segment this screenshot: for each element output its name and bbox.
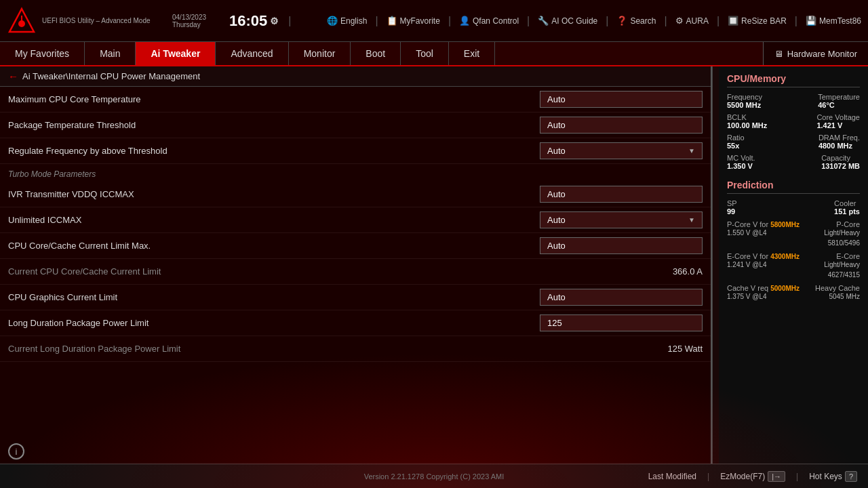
hw-dram-freq-label: DRAM Freq. — [818, 134, 860, 142]
logo-area: UEFI BIOS Utility – Advanced Mode — [7, 6, 163, 36]
nav-my-favorites[interactable]: My Favorites — [0, 42, 85, 65]
cache-heavy-label: Heavy Cache — [815, 284, 860, 292]
footer-version: Version 2.21.1278 Copyright (C) 2023 AMI — [364, 472, 505, 481]
hw-ratio-label: Ratio — [727, 134, 745, 142]
nav-boot[interactable]: Boot — [351, 42, 401, 65]
svg-point-2 — [18, 20, 25, 27]
ecore-lh-label: E-Core — [836, 252, 860, 260]
sep2: | — [375, 15, 378, 27]
hardware-monitor-tab[interactable]: 🖥 Hardware Monitor — [763, 42, 868, 65]
setting-long-duration-ppl-value[interactable]: 125 — [540, 314, 703, 331]
info-icon: i — [16, 447, 18, 457]
prediction-section: Prediction SP 99 Cooler 151 pts P-Core V… — [727, 180, 860, 302]
ezmode-button[interactable]: EzMode(F7) |→ — [720, 471, 785, 482]
footer-sep1: | — [707, 472, 709, 481]
cpu-memory-section: CPU/Memory Frequency 5500 MHz Temperatur… — [727, 73, 860, 170]
date-text: 04/13/2023 — [172, 14, 220, 21]
setting-current-long-duration-value: 125 Watt — [667, 344, 703, 354]
hotkeys-button[interactable]: Hot Keys ? — [809, 471, 857, 482]
setting-long-duration-ppl: Long Duration Package Power Limit 125 — [0, 310, 711, 336]
hw-bclk-label: BCLK — [727, 113, 767, 121]
bios-header: UEFI BIOS Utility – Advanced Mode 04/13/… — [0, 0, 868, 42]
nav-advanced[interactable]: Advanced — [216, 42, 288, 65]
tool-aioc-label: AI OC Guide — [551, 16, 597, 26]
tool-aioc[interactable]: 🔧 AI OC Guide — [538, 16, 597, 26]
setting-unlimited-iccmax-label: Unlimited ICCMAX — [8, 215, 81, 225]
sep5: | — [606, 15, 608, 27]
datetime-display: 04/13/2023 Thursday — [172, 14, 220, 28]
hw-capacity-value: 131072 MB — [821, 162, 860, 170]
nav-exit[interactable]: Exit — [449, 42, 495, 65]
ecore-v-for-label: E-Core V for — [727, 252, 770, 260]
pred-cooler-label: Cooler — [834, 199, 860, 207]
monitor-icon: 🖥 — [774, 49, 783, 59]
fan-icon: 👤 — [459, 16, 470, 26]
tool-search[interactable]: ❓ Search — [616, 16, 656, 26]
setting-core-cache-limit-value[interactable]: Auto — [540, 237, 703, 254]
ecore-freq-highlight: 4300MHz — [770, 253, 800, 260]
nav-ai-tweaker[interactable]: Ai Tweaker — [136, 42, 216, 65]
turbo-mode-section-header: Turbo Mode Parameters — [0, 164, 711, 182]
setting-unlimited-iccmax: Unlimited ICCMAX Auto — [0, 207, 711, 233]
setting-gpu-current-limit-value[interactable]: Auto — [540, 289, 703, 306]
pcore-v-for-label: P-Core V for — [727, 220, 770, 228]
nav-tool[interactable]: Tool — [401, 42, 449, 65]
tool-myfavorite-label: MyFavorite — [400, 16, 440, 26]
setting-regulate-freq-dropdown[interactable]: Auto — [540, 142, 703, 159]
info-button[interactable]: i — [8, 443, 24, 460]
setting-current-core-cache-value: 366.0 A — [673, 266, 703, 277]
tool-memtest[interactable]: 💾 MemTest86 — [806, 16, 861, 26]
cache-voltage-detail: 1.375 V @L4 — [727, 293, 767, 300]
sep4: | — [527, 15, 530, 27]
pcore-block: P-Core V for 5800MHz P-Core 1.550 V @L4 … — [727, 220, 860, 247]
last-modified-button[interactable]: Last Modified — [648, 472, 696, 481]
hw-core-voltage-value: 1.421 V — [816, 121, 860, 129]
separator-1: | — [288, 15, 291, 27]
setting-current-long-duration: Current Long Duration Package Power Limi… — [0, 336, 711, 362]
pred-cooler-value: 151 pts — [834, 207, 860, 216]
memtest-icon: 💾 — [806, 16, 816, 26]
settings-list: Maximum CPU Core Temperature Auto Packag… — [0, 87, 711, 362]
setting-current-long-duration-label: Current Long Duration Package Power Limi… — [8, 344, 180, 354]
day-text: Thursday — [172, 21, 220, 28]
cache-v-req-label: Cache V req — [727, 284, 770, 292]
setting-pkg-temp-value[interactable]: Auto — [540, 117, 703, 134]
prediction-title: Prediction — [727, 180, 860, 194]
sep8: | — [795, 15, 797, 27]
nav-monitor[interactable]: Monitor — [289, 42, 351, 65]
setting-core-cache-limit-label: CPU Core/Cache Current Limit Max. — [8, 241, 151, 251]
nav-main[interactable]: Main — [85, 42, 136, 65]
hw-mc-volt-row: MC Volt. 1.350 V Capacity 131072 MB — [727, 154, 860, 170]
tool-search-label: Search — [630, 16, 656, 26]
ecore-lh-label2: Light/Heavy — [824, 261, 860, 268]
tool-qfan[interactable]: 👤 Qfan Control — [459, 16, 519, 26]
footer-actions: Last Modified | EzMode(F7) |→ | Hot Keys… — [648, 471, 857, 482]
tool-qfan-label: Qfan Control — [473, 16, 519, 26]
tool-myfavorite[interactable]: 📋 MyFavorite — [387, 16, 440, 26]
back-button[interactable]: ← — [8, 70, 18, 82]
tool-resizebar-label: ReSize BAR — [741, 16, 787, 26]
hw-frequency-label: Frequency — [727, 93, 762, 101]
setting-gpu-current-limit-label: CPU Graphics Current Limit — [8, 292, 117, 302]
setting-current-core-cache: Current CPU Core/Cache Current Limit 366… — [0, 259, 711, 285]
tool-aura[interactable]: ⚙ AURA — [675, 16, 709, 26]
tool-english[interactable]: 🌐 English — [327, 16, 367, 26]
setting-max-cpu-temp: Maximum CPU Core Temperature Auto — [0, 87, 711, 113]
setting-ivr-value[interactable]: Auto — [540, 186, 703, 203]
main-content: ← Ai Tweaker\Internal CPU Power Manageme… — [0, 66, 868, 464]
scrollbar[interactable] — [712, 66, 719, 464]
setting-core-cache-limit: CPU Core/Cache Current Limit Max. Auto — [0, 233, 711, 259]
setting-long-duration-ppl-label: Long Duration Package Power Limit — [8, 318, 149, 328]
pcore-lh-label: P-Core — [836, 220, 860, 228]
setting-regulate-freq: Regulate Frequency by above Threshold Au… — [0, 138, 711, 164]
setting-ivr-vddq: IVR Transmitter VDDQ ICCMAX Auto — [0, 182, 711, 207]
settings-clock-icon[interactable]: ⚙ — [270, 16, 279, 26]
nav-bar: My Favorites Main Ai Tweaker Advanced Mo… — [0, 42, 868, 66]
hw-mc-volt-value: 1.350 V — [727, 162, 755, 170]
setting-max-cpu-temp-value[interactable]: Auto — [540, 91, 703, 108]
pred-sp-value: 99 — [727, 207, 737, 216]
setting-unlimited-iccmax-dropdown[interactable]: Auto — [540, 211, 703, 228]
tool-english-label: English — [340, 16, 367, 26]
cache-block: Cache V req 5000MHz Heavy Cache 1.375 V … — [727, 283, 860, 302]
tool-resizebar[interactable]: 🔲 ReSize BAR — [728, 16, 787, 26]
